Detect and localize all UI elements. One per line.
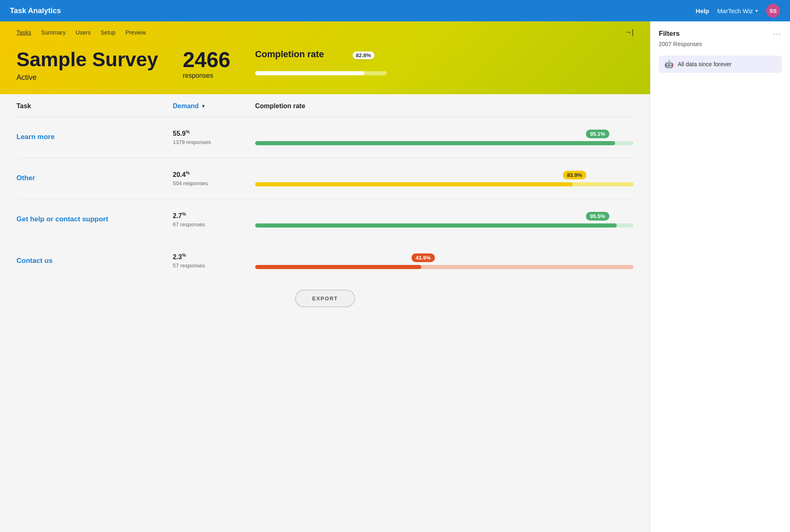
completion-bubble: 82.8%: [353, 51, 374, 59]
response-label: responses: [183, 72, 230, 79]
completion-bubble-3: 43.9%: [411, 253, 435, 262]
completion-bar-fill-0: [255, 141, 615, 145]
top-navigation: Task Analytics Help MarTech Wiz ▾ SS: [0, 0, 790, 21]
demand-sort-icon: ▾: [202, 103, 204, 109]
completion-bar-fill-3: [255, 265, 421, 269]
table-rows-container: Learn more 55.9% 1379 responses 95.1% Ot…: [16, 117, 634, 281]
filter-chip[interactable]: 🤖 All data since forever: [659, 56, 782, 73]
completion-bubble-2: 95.5%: [586, 212, 609, 221]
response-count: 2466: [183, 49, 230, 70]
completion-bubble-1: 83.9%: [563, 171, 586, 179]
completion-bubble-0: 95.1%: [586, 130, 609, 138]
task-completion-3: 43.9%: [255, 244, 634, 277]
task-name-1[interactable]: Other: [16, 166, 173, 190]
table-row: Contact us 2.3% 57 responses 43.9%: [16, 240, 634, 281]
tab-tasks[interactable]: Tasks: [16, 29, 31, 36]
sidebar-responses: 2007 Responses: [659, 41, 782, 47]
completion-bar-fill-1: [255, 182, 573, 186]
completion-bar-wrap-1: 83.9%: [255, 182, 634, 186]
demand-pct-2: 2.7%: [173, 211, 255, 220]
completion-bar-bg-3: [255, 265, 634, 269]
task-demand-0: 55.9% 1379 responses: [173, 121, 255, 153]
task-demand-1: 20.4% 504 responses: [173, 162, 255, 195]
tab-summary[interactable]: Summary: [41, 29, 66, 36]
survey-title: Sample Survey: [16, 49, 158, 71]
export-wrap: EXPORT: [16, 281, 634, 311]
expand-icon[interactable]: →|: [624, 28, 634, 37]
completion-section: Completion rate 82.8%: [255, 49, 387, 73]
task-completion-0: 95.1%: [255, 121, 634, 153]
sidebar-more-icon[interactable]: ···: [773, 30, 782, 38]
tab-setup[interactable]: Setup: [100, 29, 116, 36]
tab-bar: Tasks Summary Users Setup Preview →|: [16, 21, 634, 45]
demand-responses-2: 67 responses: [173, 221, 255, 228]
demand-pct-0: 55.9%: [173, 129, 255, 137]
hero-body: Sample Survey Active 2466 responses Comp…: [16, 49, 634, 82]
tab-users[interactable]: Users: [76, 29, 91, 36]
demand-pct-1: 20.4%: [173, 170, 255, 179]
completion-bar-wrap: 82.8%: [255, 63, 387, 73]
task-demand-3: 2.3% 57 responses: [173, 244, 255, 277]
main-layout: Tasks Summary Users Setup Preview →| Sam…: [0, 21, 790, 532]
task-name-0[interactable]: Learn more: [16, 125, 173, 149]
table-row: Learn more 55.9% 1379 responses 95.1%: [16, 117, 634, 158]
tab-preview[interactable]: Preview: [125, 29, 146, 36]
completion-bar-wrap-2: 95.5%: [255, 223, 634, 228]
avatar[interactable]: SS: [766, 4, 780, 18]
completion-bar-bg: [255, 71, 387, 75]
export-button[interactable]: EXPORT: [295, 290, 355, 307]
col-task: Task: [16, 102, 173, 110]
col-completion: Completion rate: [255, 102, 634, 110]
completion-bar-bg-2: [255, 223, 634, 228]
demand-responses-0: 1379 responses: [173, 139, 255, 145]
brand-logo: Task Analytics: [10, 7, 696, 15]
account-name: MarTech Wiz: [717, 7, 753, 14]
task-completion-1: 83.9%: [255, 162, 634, 195]
filter-label: All data since forever: [678, 61, 732, 67]
table-row: Get help or contact support 2.7% 67 resp…: [16, 199, 634, 240]
content-area: Tasks Summary Users Setup Preview →| Sam…: [0, 21, 650, 532]
demand-responses-1: 504 responses: [173, 180, 255, 186]
completion-bar-fill-2: [255, 223, 617, 228]
task-table-area: Task Demand ▾ Completion rate Learn more…: [0, 94, 650, 328]
right-sidebar: Filters ··· 2007 Responses 🤖 All data si…: [650, 21, 790, 532]
task-completion-2: 95.5%: [255, 203, 634, 236]
completion-bar-bg-0: [255, 141, 634, 145]
completion-bar-bg-1: [255, 182, 634, 186]
sidebar-title: Filters: [659, 30, 680, 38]
filter-robot-icon: 🤖: [665, 60, 674, 69]
completion-bar-wrap-0: 95.1%: [255, 141, 634, 145]
col-demand[interactable]: Demand ▾: [173, 102, 255, 110]
account-caret-icon: ▾: [755, 8, 758, 14]
demand-responses-3: 57 responses: [173, 263, 255, 269]
completion-bar-fill: [255, 71, 364, 75]
task-name-3[interactable]: Contact us: [16, 249, 173, 273]
table-header: Task Demand ▾ Completion rate: [16, 94, 634, 117]
survey-status: Active: [16, 73, 158, 82]
account-menu[interactable]: MarTech Wiz ▾: [717, 7, 758, 14]
nav-right: Help MarTech Wiz ▾ SS: [696, 4, 780, 18]
survey-info: Sample Survey Active: [16, 49, 158, 82]
task-name-2[interactable]: Get help or contact support: [16, 207, 173, 232]
hero-section: Tasks Summary Users Setup Preview →| Sam…: [0, 21, 650, 94]
completion-bar-wrap-3: 43.9%: [255, 265, 634, 269]
help-link[interactable]: Help: [696, 7, 709, 14]
survey-stats: 2466 responses: [183, 49, 230, 79]
task-demand-2: 2.7% 67 responses: [173, 203, 255, 236]
table-row: Other 20.4% 504 responses 83.9%: [16, 158, 634, 199]
demand-pct-3: 2.3%: [173, 253, 255, 261]
sidebar-header: Filters ···: [659, 30, 782, 38]
